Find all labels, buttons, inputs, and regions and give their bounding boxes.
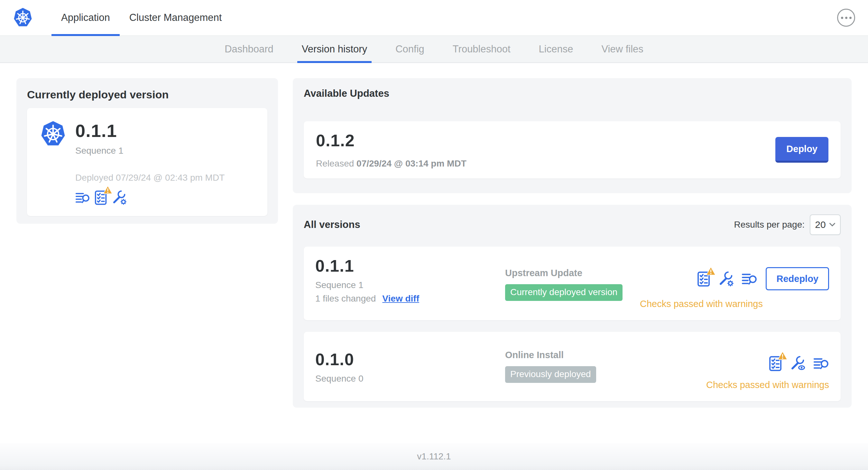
tab-view-files[interactable]: View files — [596, 36, 648, 62]
tab-troubleshoot[interactable]: Troubleshoot — [447, 36, 516, 62]
update-released-line: Released 07/29/24 @ 03:14 pm MDT — [316, 159, 466, 169]
deploy-button[interactable]: Deploy — [775, 137, 829, 163]
edit-config-icon[interactable] — [112, 190, 127, 205]
warning-triangle-icon — [706, 267, 716, 275]
results-per-page-select[interactable]: 20 — [810, 214, 841, 235]
top-bar: Application Cluster Management — [0, 0, 868, 36]
currently-deployed-title: Currently deployed version — [27, 89, 267, 101]
results-per-page-value: 20 — [815, 219, 826, 230]
version-source: Upstream Update — [505, 268, 640, 278]
ellipsis-icon — [849, 17, 851, 19]
page: Application Cluster Management Dashboard… — [0, 0, 868, 470]
tab-application[interactable]: Application — [52, 0, 120, 35]
more-options-button[interactable] — [837, 9, 855, 27]
deployed-timestamp: Deployed 07/29/24 @ 02:43 pm MDT — [75, 173, 224, 183]
view-diff-link[interactable]: View diff — [382, 294, 419, 304]
released-date: 07/29/24 @ 03:14 pm MDT — [356, 159, 466, 168]
ellipsis-icon — [841, 17, 843, 19]
available-updates-title: Available Updates — [304, 88, 841, 99]
results-per-page-label: Results per page: — [734, 220, 805, 230]
preflight-checks-warning-icon[interactable] — [769, 356, 782, 371]
kubernetes-app-icon — [40, 121, 66, 147]
edit-config-icon[interactable] — [718, 271, 734, 287]
currently-deployed-card: Currently deployed version 0.1.1 Sequenc… — [17, 78, 278, 224]
preflight-status-link[interactable]: Checks passed with warnings — [640, 299, 763, 309]
deployed-sequence: Sequence 1 — [75, 146, 224, 156]
update-row: 0.1.2 Released 07/29/24 @ 03:14 pm MDT D… — [304, 121, 841, 178]
redeploy-button[interactable]: Redeploy — [766, 267, 829, 290]
tab-license[interactable]: License — [534, 36, 579, 62]
primary-nav: Application Cluster Management — [52, 0, 231, 35]
available-updates-card: Available Updates 0.1.2 Released 07/29/2… — [293, 78, 851, 193]
tab-dashboard[interactable]: Dashboard — [219, 36, 279, 62]
version-diff-icon[interactable] — [742, 272, 757, 287]
tab-version-history[interactable]: Version history — [297, 36, 372, 62]
footer: v1.112.1 — [0, 443, 868, 470]
files-changed-label: 1 files changed — [315, 294, 376, 304]
deployed-version-panel: 0.1.1 Sequence 1 Deployed 07/29/24 @ 02:… — [27, 108, 267, 216]
tab-cluster-management[interactable]: Cluster Management — [120, 0, 231, 35]
released-label: Released — [316, 159, 354, 168]
version-diff-icon[interactable] — [75, 192, 90, 205]
status-badge: Currently deployed version — [505, 284, 623, 301]
view-config-icon[interactable] — [790, 356, 806, 371]
row-sequence: Sequence 0 — [315, 374, 505, 384]
deployed-version-number: 0.1.1 — [75, 120, 224, 141]
version-row: 0.1.0 Sequence 0 Online Install Previous… — [304, 332, 841, 401]
console-version: v1.112.1 — [417, 451, 451, 462]
all-versions-card: All versions Results per page: 20 0.1.1 … — [293, 205, 851, 408]
update-version-number: 0.1.2 — [316, 131, 466, 150]
app-subnav: Dashboard Version history Config Trouble… — [0, 36, 868, 63]
kubernetes-logo-icon — [13, 0, 33, 35]
preflight-checks-warning-icon[interactable] — [95, 190, 107, 205]
chevron-down-icon — [829, 223, 836, 227]
ellipsis-icon — [845, 17, 847, 19]
main-content: Currently deployed version 0.1.1 Sequenc… — [0, 63, 868, 408]
warning-triangle-icon — [778, 351, 787, 360]
version-diff-icon[interactable] — [813, 357, 829, 371]
row-version-number: 0.1.0 — [315, 350, 505, 369]
all-versions-title: All versions — [304, 219, 360, 231]
row-sequence: Sequence 1 — [315, 280, 505, 290]
preflight-status-link[interactable]: Checks passed with warnings — [706, 380, 829, 390]
warning-triangle-icon — [103, 186, 113, 194]
preflight-checks-warning-icon[interactable] — [697, 271, 711, 287]
version-row: 0.1.1 Sequence 1 1 files changed View di… — [304, 246, 841, 320]
row-version-number: 0.1.1 — [315, 256, 505, 275]
version-source: Online Install — [505, 350, 706, 360]
status-badge: Previously deployed — [505, 366, 596, 383]
tab-config[interactable]: Config — [390, 36, 430, 62]
